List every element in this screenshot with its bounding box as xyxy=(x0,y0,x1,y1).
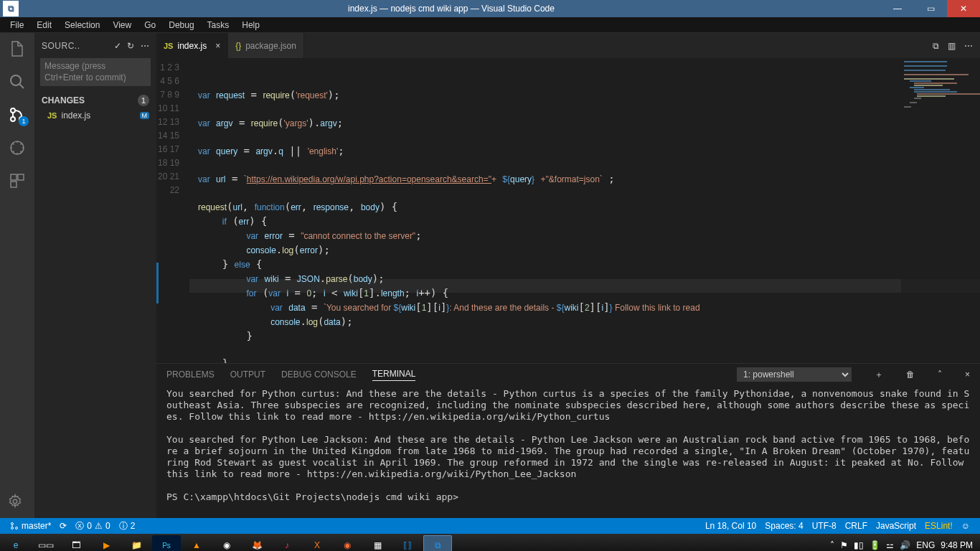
encoding-status[interactable]: UTF-8 xyxy=(808,521,841,531)
taskview-icon[interactable]: ▭▭ xyxy=(32,535,60,551)
maximize-panel-icon[interactable]: ˄ xyxy=(938,369,942,380)
changes-label: CHANGES xyxy=(42,95,85,105)
split-editor-icon[interactable]: ▥ xyxy=(948,41,956,51)
sync-status[interactable]: ⟳ xyxy=(55,521,71,531)
editor-actions: ⧉ ▥ ⋯ xyxy=(925,33,980,58)
itunes-icon[interactable]: ♪ xyxy=(273,535,301,551)
maximize-button[interactable]: ▭ xyxy=(914,0,947,17)
ie-icon[interactable]: e xyxy=(1,535,30,551)
code-content[interactable]: var request = require('request'); var ar… xyxy=(189,58,980,363)
close-panel-icon[interactable]: × xyxy=(965,369,970,380)
eol-status[interactable]: CRLF xyxy=(841,521,872,531)
tab-label: index.js xyxy=(177,41,207,51)
windows-taskbar: e ▭▭ 🗔 ▶ 📁 Ps ▲ ◉ 🦊 ♪ X ◉ ▦ ⟦⟧ ⧉ ˄ ⚑ ▮▯ … xyxy=(0,534,980,551)
explorer-icon[interactable] xyxy=(7,39,27,59)
tray-clock[interactable]: 9:48 PM xyxy=(941,540,973,550)
tray-language[interactable]: ENG xyxy=(916,540,935,550)
menu-file[interactable]: File xyxy=(4,19,29,32)
tray-network-icon[interactable]: ▮▯ xyxy=(854,540,864,550)
menu-edit[interactable]: Edit xyxy=(31,19,57,32)
terminal-select[interactable]: 1: powershell xyxy=(737,367,852,382)
info-status[interactable]: ⓘ 2 xyxy=(115,520,140,532)
close-tab-icon[interactable]: × xyxy=(215,41,220,51)
commit-message-input[interactable]: Message (press Ctrl+Enter to commit) xyxy=(40,58,151,86)
menu-help[interactable]: Help xyxy=(236,19,265,32)
eslint-status[interactable]: ESLint! xyxy=(920,521,957,531)
debug-icon[interactable] xyxy=(7,138,27,158)
minimize-button[interactable]: — xyxy=(881,0,914,17)
svg-point-11 xyxy=(11,527,14,529)
sidebar-title: SOURC.. xyxy=(42,41,80,51)
workbench: 1 SOURC.. ✓ ↻ ⋯ Message (press Ctrl+Ente… xyxy=(0,33,980,518)
feedback-icon[interactable]: ☺ xyxy=(957,521,974,531)
tab-package-json[interactable]: {} package.json xyxy=(228,33,304,58)
svg-rect-5 xyxy=(11,174,17,180)
compare-icon[interactable]: ⧉ xyxy=(933,41,939,51)
app-icon-2[interactable]: ▦ xyxy=(363,535,392,551)
vs-logo-icon: ⧉ xyxy=(3,1,19,17)
panel-tab-terminal[interactable]: TERMINAL xyxy=(372,369,416,381)
modified-indicator xyxy=(156,263,159,303)
tab-index-js[interactable]: JS index.js × xyxy=(156,33,228,58)
menu-tasks[interactable]: Tasks xyxy=(202,19,235,32)
app-icon[interactable]: 🗔 xyxy=(62,535,90,551)
tray-battery-icon[interactable]: 🔋 xyxy=(870,540,880,550)
extensions-icon[interactable] xyxy=(7,171,27,191)
menu-debug[interactable]: Debug xyxy=(163,19,199,32)
js-file-icon: JS xyxy=(47,111,57,120)
brackets-icon[interactable]: ⟦⟧ xyxy=(393,535,422,551)
more-icon[interactable]: ⋯ xyxy=(141,41,150,51)
file-explorer-icon[interactable]: 📁 xyxy=(122,535,151,551)
new-terminal-icon[interactable]: ＋ xyxy=(875,369,883,381)
panel-tabs: PROBLEMS OUTPUT DEBUG CONSOLE TERMINAL 1… xyxy=(156,364,980,385)
chrome-icon[interactable]: ◉ xyxy=(212,535,241,551)
kill-terminal-icon[interactable]: 🗑 xyxy=(906,369,915,380)
media-player-icon[interactable]: ▶ xyxy=(92,535,121,551)
panel-tab-output[interactable]: OUTPUT xyxy=(230,369,265,380)
changes-section-header[interactable]: CHANGES 1 xyxy=(34,92,156,109)
settings-gear-icon[interactable] xyxy=(7,494,23,509)
refresh-icon[interactable]: ↻ xyxy=(127,41,135,51)
firefox-icon[interactable]: 🦊 xyxy=(242,535,271,551)
vscode-taskbar-icon[interactable]: ⧉ xyxy=(423,535,452,551)
system-tray[interactable]: ˄ ⚑ ▮▯ 🔋 ⚍ 🔊 ENG 9:48 PM xyxy=(830,540,979,550)
minimap[interactable] xyxy=(901,58,980,363)
code-editor[interactable]: 1 2 3 4 5 6 7 8 9 10 11 12 13 14 15 16 1… xyxy=(156,58,980,363)
more-actions-icon[interactable]: ⋯ xyxy=(964,41,973,51)
svg-point-3 xyxy=(11,117,15,121)
tab-label: package.json xyxy=(245,41,296,51)
photoshop-icon[interactable]: Ps xyxy=(152,535,181,551)
modified-badge: M xyxy=(140,112,150,119)
tray-chevron-icon[interactable]: ˄ xyxy=(830,540,834,550)
problems-status[interactable]: ⓧ 0 ⚠ 0 xyxy=(71,520,114,532)
terminal-output[interactable]: You searched for Python curtus: And thes… xyxy=(156,385,980,518)
svg-point-10 xyxy=(16,527,18,529)
postman-icon[interactable]: ◉ xyxy=(333,535,362,551)
svg-point-0 xyxy=(11,75,21,85)
panel-tab-debug-console[interactable]: DEBUG CONSOLE xyxy=(281,369,357,380)
changed-file-item[interactable]: JS index.js M xyxy=(34,109,156,122)
activity-bar: 1 xyxy=(0,33,34,518)
language-mode[interactable]: JavaScript xyxy=(872,521,920,531)
js-file-icon: JS xyxy=(164,42,173,50)
menu-selection[interactable]: Selection xyxy=(59,19,105,32)
line-number-gutter: 1 2 3 4 5 6 7 8 9 10 11 12 13 14 15 16 1… xyxy=(156,58,189,363)
cursor-position[interactable]: Ln 18, Col 10 xyxy=(701,521,760,531)
search-icon[interactable] xyxy=(7,72,27,92)
commit-check-icon[interactable]: ✓ xyxy=(114,41,122,51)
bottom-panel: PROBLEMS OUTPUT DEBUG CONSOLE TERMINAL 1… xyxy=(156,363,980,518)
xampp-icon[interactable]: X xyxy=(303,535,331,551)
tray-flag-icon[interactable]: ⚑ xyxy=(840,540,848,550)
close-button[interactable]: ✕ xyxy=(947,0,980,17)
tray-wifi-icon[interactable]: ⚍ xyxy=(886,540,894,550)
vlc-icon[interactable]: ▲ xyxy=(182,535,211,551)
menu-view[interactable]: View xyxy=(107,19,137,32)
source-control-icon[interactable]: 1 xyxy=(7,105,27,125)
indentation-status[interactable]: Spaces: 4 xyxy=(760,521,807,531)
panel-tab-problems[interactable]: PROBLEMS xyxy=(166,369,215,380)
svg-point-9 xyxy=(11,523,14,525)
menu-go[interactable]: Go xyxy=(138,19,161,32)
tray-volume-icon[interactable]: 🔊 xyxy=(900,540,910,550)
git-branch-status[interactable]: master* xyxy=(6,521,55,531)
sidebar-header: SOURC.. ✓ ↻ ⋯ xyxy=(34,33,156,58)
